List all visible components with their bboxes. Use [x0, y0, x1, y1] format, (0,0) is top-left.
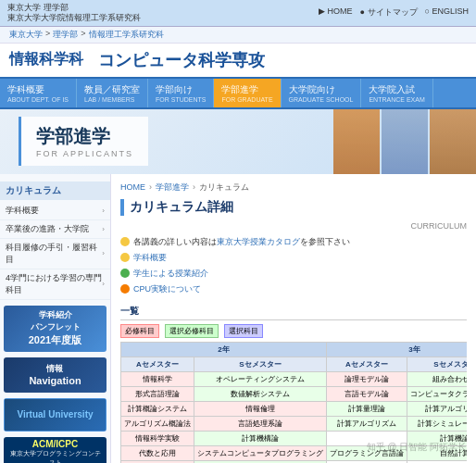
tab-graduate-school[interactable]: 大学院向け GRADUATE SCHOOL: [282, 79, 362, 107]
banner-gakuka-title: 学科紹介: [39, 309, 72, 321]
table-cell: 言語モデル論: [327, 386, 407, 401]
cpu-link[interactable]: CPU実験について: [133, 283, 201, 295]
table-cell: オペレーティングシステム: [194, 371, 327, 386]
sidebar-banner-joho[interactable]: 情報Navigation: [4, 357, 106, 393]
table-cell: 計算機構論: [194, 431, 327, 445]
overview-link[interactable]: 学科概要: [133, 252, 167, 264]
tab-sublabel: GRADUATE SCHOOL: [289, 96, 354, 103]
banner-acm-content: ACM/ICPC 東京大学プログラミングコンテスト: [4, 437, 106, 463]
catalog-link[interactable]: 東京大学授業カタログ: [217, 237, 300, 246]
table-cell: 形式言語理論: [121, 386, 194, 401]
site-header: 情報科学科 コンピュータ科学専攻: [0, 44, 476, 79]
curriculum-label: CURRICULUM: [120, 221, 467, 231]
sidebar-banner-gakuka[interactable]: 学科紹介 パンフレット 2021年度版: [4, 306, 106, 352]
table-cell: 論理モデル論: [327, 371, 407, 386]
banner-gakuka-year: 2021年度版: [29, 333, 81, 347]
tab-sublabel: LAB / MEMBERS: [84, 96, 140, 103]
dot-icon: [120, 269, 130, 278]
hero-image-2: [382, 109, 428, 174]
page-wrapper: 東京大学 理学部 東京大学大学院情報理工学系研究科 ▶ HOME ● サイトマッ…: [0, 0, 476, 463]
breadcrumb-home[interactable]: HOME: [120, 182, 145, 192]
bc-dept[interactable]: 理学部: [53, 29, 78, 41]
sidebar-item-overview[interactable]: 学科概要 ›: [0, 202, 110, 220]
sem-header-3: Aセメスター: [327, 357, 407, 371]
top-bar-left: 東京大学 理学部 東京大学大学院情報理工学系研究科: [7, 3, 141, 23]
sem-header-4: Sセメスター: [407, 357, 468, 371]
tab-sublabel: ENTRANCE EXAM: [369, 96, 424, 103]
english-link[interactable]: ○ ENGLISH: [425, 6, 469, 19]
sidebar-item-career[interactable]: 卒業後の進路・大学院 ›: [0, 220, 110, 239]
bc-major[interactable]: 情報理工学系研究科: [89, 29, 164, 41]
tab-graduate-for[interactable]: 学部進学 FOR GRADUATE: [214, 79, 281, 107]
table-cell: 情報倫理: [194, 401, 327, 416]
dept-name: 情報科学科: [9, 50, 83, 69]
info-item-student-intro[interactable]: 学生による授業紹介: [120, 266, 467, 282]
tab-label: 大学院入試: [369, 83, 424, 96]
info-item-catalog: 各講義の詳しい内容は東京大学授業カタログを参照下さい: [120, 234, 467, 250]
table-cell: 数値解析システム: [194, 386, 327, 401]
table-cell: 代数と応用: [121, 445, 194, 460]
tab-entrance[interactable]: 大学院入試 ENTRANCE EXAM: [361, 79, 432, 107]
sitemap-link[interactable]: ● サイトマップ: [360, 6, 418, 19]
tab-label: 学科概要: [7, 83, 69, 96]
table-cell: 計算アルゴリズム: [327, 416, 407, 431]
table-cell: システムコンピュータプログラミング: [194, 445, 327, 460]
chevron-right-icon: ›: [102, 225, 105, 233]
tab-lab[interactable]: 教員／研究室 LAB / MEMBERS: [77, 79, 148, 107]
two-column-layout: カリキュラム 学科概要 › 卒業後の進路・大学院 › 科目履修の手引・履習科目 …: [0, 174, 476, 463]
hero-title-ja: 学部進学: [36, 124, 133, 149]
breadcrumb-grad[interactable]: 学部進学: [156, 181, 189, 194]
hero-image-1: [333, 109, 380, 174]
label-elective: 選択必修科目: [165, 324, 219, 338]
sidebar-item-curriculum[interactable]: 科目履修の手引・履習科目 ›: [0, 239, 110, 269]
table-cell: 計算量理論: [327, 401, 407, 416]
breadcrumb: HOME › 学部進学 › カリキュラム: [120, 181, 467, 194]
tab-sublabel: FOR GRADUATE: [221, 96, 272, 103]
sidebar-item-specialized[interactable]: 4学門における学習の専門科目 ›: [0, 269, 110, 300]
table-row: 計算概論システム情報倫理計算量理論計算アルゴリズム応用統計情報科学特論: [121, 401, 468, 416]
tab-about[interactable]: 学科概要 ABOUT DEPT. OF IS: [0, 79, 77, 107]
banner-acm-subtitle: 東京大学プログラミングコンテスト: [8, 449, 102, 463]
label-mandatory: 必修科目: [120, 324, 159, 338]
tab-undergrad[interactable]: 学部向け FOR STUDENTS: [148, 79, 214, 107]
tab-label: 学部進学: [221, 83, 272, 96]
banner-joho-content: 情報Navigation: [4, 357, 106, 393]
banner-gakuka-sub: パンフレット: [31, 321, 81, 333]
dot-icon: [120, 253, 130, 262]
major-name: コンピュータ科学専攻: [98, 49, 265, 71]
watermark: 知乎 @ 日智能 阿拓学长: [367, 441, 468, 454]
info-list: 各講義の詳しい内容は東京大学授業カタログを参照下さい 学科概要 学生による授業紹…: [120, 234, 467, 297]
table-cell: 計算シミュレーション: [407, 416, 468, 431]
tab-label: 教員／研究室: [84, 83, 140, 96]
banner-virtual-content: Virtual University: [4, 398, 106, 432]
dot-icon: [120, 237, 130, 246]
sidebar-banner-virtual[interactable]: Virtual University: [4, 398, 106, 432]
table-cell: コンピュータクラフィクス: [407, 386, 468, 401]
table-cell: 情報科学実験: [121, 431, 194, 445]
bc-univ[interactable]: 東京大学: [9, 29, 43, 41]
banner-acm-title: ACM/ICPC: [32, 439, 78, 449]
home-link[interactable]: ▶ HOME: [319, 6, 353, 19]
sidebar-item-label: 科目履修の手引・履習科目: [6, 242, 102, 266]
sidebar-item-label: 学科概要: [6, 205, 39, 217]
info-item-cpu[interactable]: CPU実験について: [120, 282, 467, 297]
hero-title-box: 学部進学 FOR APPLICANTS: [19, 117, 148, 166]
table-cell: 組み合わせ論: [407, 371, 468, 386]
ichiran-title: 一覧: [120, 305, 467, 320]
tab-sublabel: ABOUT DEPT. OF IS: [7, 96, 69, 103]
info-item-overview[interactable]: 学科概要: [120, 250, 467, 266]
tab-label: 大学院向け: [289, 83, 354, 96]
label-special: 選択科目: [224, 324, 263, 338]
sidebar-item-label: 4学門における学習の専門科目: [6, 272, 102, 296]
sidebar-banner-acm[interactable]: ACM/ICPC 東京大学プログラミングコンテスト: [4, 437, 106, 463]
tab-label: 学部向け: [156, 83, 206, 96]
chevron-right-icon: ›: [102, 280, 105, 288]
table-cell: 情報科学: [121, 371, 194, 386]
top-breadcrumb: 東京大学 > 理学部 > 情報理工学系研究科: [0, 27, 476, 44]
sem-header-1: Aセメスター: [121, 357, 194, 371]
chevron-right-icon: ›: [102, 206, 105, 215]
banner-gakuka-content: 学科紹介 パンフレット 2021年度版: [4, 306, 106, 352]
hero-images: [333, 109, 476, 174]
student-link[interactable]: 学生による授業紹介: [133, 268, 208, 280]
sidebar-item-label: 卒業後の進路・大学院: [6, 223, 89, 235]
